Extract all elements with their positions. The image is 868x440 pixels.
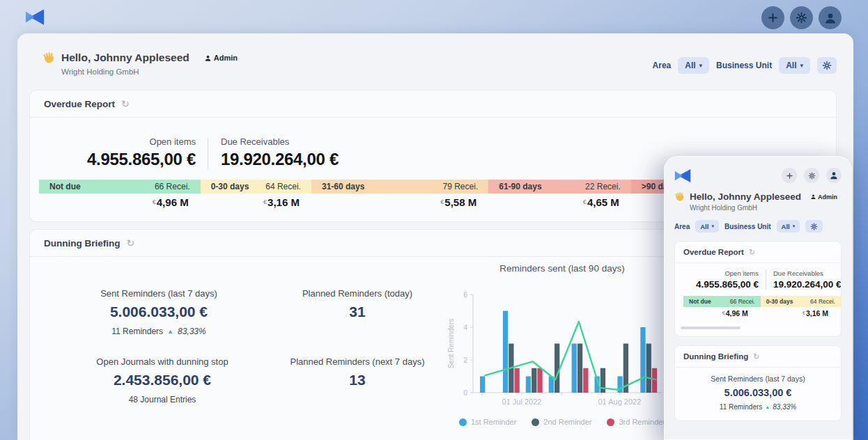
company-name: Wright Holding GmbH xyxy=(61,68,238,76)
settings-button[interactable] xyxy=(804,168,819,183)
svg-text:0: 0 xyxy=(463,388,467,397)
open-items-kpi: Open items 4.955.865,00 € xyxy=(39,136,196,169)
user-avatar-button[interactable] xyxy=(819,6,842,29)
trend-up-icon: ▲ xyxy=(765,404,770,409)
planned-next7-stat: Planned Reminders (next 7 days) 13 xyxy=(256,356,458,388)
planned-today-stat: Planned Reminders (today) 31 xyxy=(256,288,458,320)
aging-bucket-amounts: €4,96 M€3,16 M xyxy=(683,309,841,318)
delta-value: 83,33% xyxy=(178,327,206,336)
section-title: Overdue Report xyxy=(44,99,115,109)
refresh-icon[interactable]: ↻ xyxy=(749,249,755,256)
refresh-icon[interactable]: ↻ xyxy=(126,238,134,248)
business-unit-dropdown[interactable]: All ▾ xyxy=(779,57,810,74)
chevron-down-icon: ▾ xyxy=(711,223,714,229)
aging-buckets-bar: Not due66 Recei.0-30 days64 Recei. xyxy=(683,296,841,307)
divider xyxy=(766,269,766,290)
bucket-amount-0: €4,96 M xyxy=(683,309,761,318)
sent-reminders-stat: Sent Reminders (last 7 days) 5.006.033,0… xyxy=(58,288,260,336)
area-dropdown[interactable]: All ▾ xyxy=(678,57,709,74)
dunning-briefing-section: Dunning Briefing ↻ Sent Reminders (last … xyxy=(674,345,842,421)
svg-text:2: 2 xyxy=(463,356,467,364)
chart-title: Reminders sent (last 90 days) xyxy=(445,263,679,276)
page-title: Hello, Johnny Appleseed xyxy=(690,191,801,202)
person-icon xyxy=(829,171,839,180)
top-actions xyxy=(761,6,842,29)
settings-button[interactable] xyxy=(790,6,813,29)
bucket-segment-3[interactable]: 61-90 days22 Recei. xyxy=(488,180,631,194)
divider xyxy=(208,138,208,169)
legend-item-3rd-reminder[interactable]: 3rd Reminder xyxy=(607,418,665,426)
svg-text:01 Aug 2022: 01 Aug 2022 xyxy=(598,398,642,406)
wave-hand-icon xyxy=(42,51,56,65)
legend-item-2nd-reminder[interactable]: 2nd Reminder xyxy=(532,418,591,426)
trend-up-icon: ▲ xyxy=(167,328,173,335)
add-button[interactable] xyxy=(782,168,797,183)
section-title: Dunning Briefing xyxy=(44,238,120,249)
refresh-icon[interactable]: ↻ xyxy=(121,99,130,109)
filter-settings-button[interactable] xyxy=(817,57,837,74)
person-icon xyxy=(810,194,816,200)
open-journals-stat: Open Journals with dunning stop 2.453.85… xyxy=(58,356,267,404)
page-title: Hello, Johnny Appleseed xyxy=(61,52,189,64)
bucket-segment-0[interactable]: Not due66 Recei. xyxy=(683,296,761,307)
bucket-amount-0: €4,96 M xyxy=(39,196,201,209)
wave-hand-icon xyxy=(674,191,685,203)
svg-text:Sent Reminders: Sent Reminders xyxy=(447,319,455,369)
chevron-down-icon: ▾ xyxy=(800,62,803,69)
filter-bar: Area All ▾ Business Unit All ▾ xyxy=(653,57,837,74)
legend-item-1st-reminder[interactable]: 1st Reminder xyxy=(459,418,516,426)
overdue-report-section: Overdue Report ↻ Open items 4.955.865,00… xyxy=(674,241,842,337)
plus-icon xyxy=(767,12,779,24)
bucket-amount-3: €4,65 M xyxy=(488,196,631,209)
legend-dot xyxy=(459,418,467,426)
bucket-segment-1[interactable]: 0-30 days64 Recei. xyxy=(201,180,311,194)
chart-plot: 0246Sent Reminders01 Jul 202201 Aug 2022 xyxy=(445,277,675,411)
filter-settings-button[interactable] xyxy=(805,220,823,233)
gear-icon xyxy=(796,12,807,24)
due-receivables-kpi: Due Receivables 19.920.264,00 € xyxy=(221,136,339,169)
company-name: Wright Holding GmbH xyxy=(690,204,842,212)
admin-badge: Admin xyxy=(810,194,837,201)
reminders-chart: Reminders sent (last 90 days) 0246Sent R… xyxy=(445,263,679,426)
chart-legend: 1st Reminder 2nd Reminder 3rd Reminder xyxy=(445,418,679,426)
business-unit-filter-label: Business Unit xyxy=(716,61,772,70)
filter-bar: Area All ▾ Business Unit All ▾ xyxy=(674,220,842,233)
gear-icon xyxy=(822,61,832,70)
mobile-preview-overlay: Hello, Johnny Appleseed Admin Wright Hol… xyxy=(664,156,852,440)
chevron-down-icon: ▾ xyxy=(699,62,703,69)
person-icon xyxy=(823,11,837,25)
app-logo-icon xyxy=(25,8,45,26)
horizontal-scrollbar-thumb[interactable] xyxy=(681,327,741,329)
refresh-icon[interactable]: ↻ xyxy=(753,353,759,361)
desktop-background: Hello, Johnny Appleseed Admin Wright Hol… xyxy=(0,0,868,440)
open-items-kpi: Open items 4.955.865,00 € xyxy=(682,269,759,290)
plus-icon xyxy=(786,172,793,180)
due-receivables-kpi: Due Receivables 19.920.264,00 € xyxy=(773,269,841,290)
chevron-down-icon: ▾ xyxy=(793,223,796,229)
business-unit-dropdown[interactable]: All ▾ xyxy=(777,220,800,233)
bucket-segment-1[interactable]: 0-30 days64 Recei. xyxy=(761,296,841,307)
svg-text:4: 4 xyxy=(463,323,467,331)
top-bar xyxy=(0,0,868,33)
bucket-amount-1: €3,16 M xyxy=(201,196,311,209)
sent-reminders-stat: Sent Reminders (last 7 days) 5.006.033,0… xyxy=(675,368,841,421)
bucket-amount-1: €3,16 M xyxy=(761,309,841,318)
legend-dot xyxy=(607,418,614,426)
legend-dot xyxy=(532,418,539,426)
greeting-row: Hello, Johnny Appleseed Admin Wright Hol… xyxy=(17,33,853,76)
svg-text:01 Jul 2022: 01 Jul 2022 xyxy=(502,398,542,406)
user-avatar-button[interactable] xyxy=(826,168,842,183)
area-filter-label: Area xyxy=(653,61,672,70)
bucket-segment-2[interactable]: 31-60 days79 Recei. xyxy=(311,180,488,194)
gear-icon xyxy=(808,172,816,180)
admin-badge: Admin xyxy=(204,54,238,62)
app-logo-icon xyxy=(674,168,691,183)
bucket-amount-2: €5,58 M xyxy=(311,196,488,209)
svg-text:6: 6 xyxy=(463,290,467,299)
gear-icon xyxy=(810,223,818,230)
add-button[interactable] xyxy=(761,6,784,29)
bucket-segment-0[interactable]: Not due66 Recei. xyxy=(39,180,201,194)
area-dropdown[interactable]: All ▾ xyxy=(695,220,719,233)
person-icon xyxy=(204,54,212,62)
